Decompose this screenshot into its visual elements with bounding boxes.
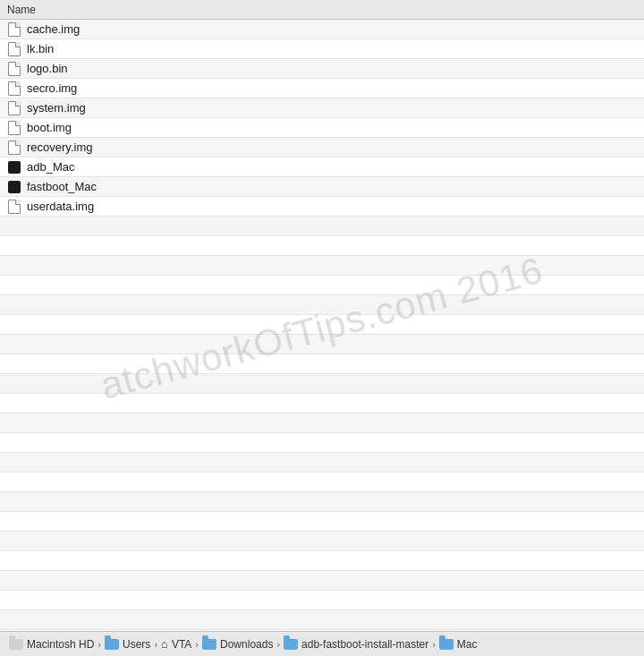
breadcrumb-users-label: Users: [123, 638, 150, 651]
breadcrumb-vta-label: VTA: [172, 638, 191, 651]
document-icon: [8, 81, 21, 96]
table-row[interactable]: boot.img: [0, 118, 644, 138]
table-row[interactable]: system.img: [0, 98, 644, 118]
empty-row: [0, 492, 644, 512]
adb-folder-icon: [284, 639, 298, 650]
file-name-label: lk.bin: [27, 42, 54, 55]
breadcrumb-vta: ⌂ VTA: [161, 637, 191, 651]
column-header: Name: [0, 0, 644, 20]
document-icon: [8, 62, 21, 76]
document-icon: [8, 121, 21, 135]
empty-row: [0, 473, 644, 492]
empty-row: [0, 374, 644, 394]
document-icon: [8, 22, 21, 37]
breadcrumb-mac-label: Mac: [457, 638, 478, 651]
file-name-label: recovery.img: [27, 141, 92, 154]
table-row[interactable]: logo.bin: [0, 59, 644, 79]
document-icon: [8, 101, 21, 115]
breadcrumb-hd-label: Macintosh HD: [27, 638, 94, 651]
empty-row: [0, 236, 644, 256]
document-icon: [8, 42, 21, 56]
file-list: cache.imglk.binlogo.binsecro.imgsystem.i…: [0, 20, 644, 631]
empty-row: [0, 413, 644, 433]
empty-row: [0, 433, 644, 453]
file-name-label: logo.bin: [27, 62, 68, 75]
breadcrumb-adb-label: adb-fastboot-install-master: [301, 638, 428, 651]
table-row[interactable]: lk.bin: [0, 39, 644, 59]
empty-row: [0, 256, 644, 276]
file-name-label: adb_Mac: [27, 160, 74, 174]
file-name-label: userdata.img: [27, 200, 94, 213]
empty-row: [0, 551, 644, 571]
table-row[interactable]: fastboot_Mac: [0, 177, 644, 197]
file-name-label: fastboot_Mac: [27, 180, 97, 193]
breadcrumb-hd: Macintosh HD: [9, 638, 94, 651]
empty-row: [0, 217, 644, 236]
column-name-label: Name: [7, 4, 36, 16]
document-icon: [8, 141, 21, 155]
breadcrumb-users: Users: [105, 638, 150, 651]
empty-row: [0, 453, 644, 473]
file-name-label: cache.img: [27, 22, 80, 36]
empty-row: [0, 315, 644, 335]
status-bar: Macintosh HD › Users › ⌂ VTA › Downloads…: [0, 631, 644, 656]
table-row[interactable]: adb_Mac: [0, 158, 644, 177]
separator-3: ›: [195, 639, 199, 650]
empty-row: [0, 591, 644, 610]
empty-row: [0, 394, 644, 413]
empty-row: [0, 571, 644, 591]
breadcrumb-mac: Mac: [439, 638, 478, 651]
separator-2: ›: [154, 639, 157, 650]
breadcrumb-downloads: Downloads: [202, 638, 273, 651]
table-row[interactable]: userdata.img: [0, 197, 644, 217]
executable-icon: [8, 181, 21, 193]
empty-row: [0, 532, 644, 551]
empty-row: [0, 354, 644, 374]
separator-5: ›: [432, 639, 436, 650]
breadcrumb-downloads-label: Downloads: [220, 638, 273, 651]
separator-4: ›: [276, 639, 280, 650]
hd-icon: [9, 639, 23, 650]
executable-icon: [8, 161, 21, 174]
table-row[interactable]: recovery.img: [0, 138, 644, 158]
table-row[interactable]: cache.img: [0, 20, 644, 39]
empty-row: [0, 276, 644, 295]
empty-row: [0, 610, 644, 630]
table-row[interactable]: secro.img: [0, 79, 644, 98]
mac-folder-icon: [439, 639, 453, 650]
empty-row: [0, 335, 644, 354]
users-folder-icon: [105, 639, 119, 650]
empty-row: [0, 512, 644, 532]
downloads-folder-icon: [202, 639, 216, 650]
home-icon: ⌂: [161, 637, 168, 651]
separator-1: ›: [97, 639, 101, 650]
file-name-label: boot.img: [27, 121, 72, 134]
empty-row: [0, 295, 644, 315]
document-icon: [8, 200, 21, 214]
file-name-label: secro.img: [27, 81, 77, 95]
breadcrumb-adb: adb-fastboot-install-master: [284, 638, 428, 651]
file-name-label: system.img: [27, 101, 86, 115]
